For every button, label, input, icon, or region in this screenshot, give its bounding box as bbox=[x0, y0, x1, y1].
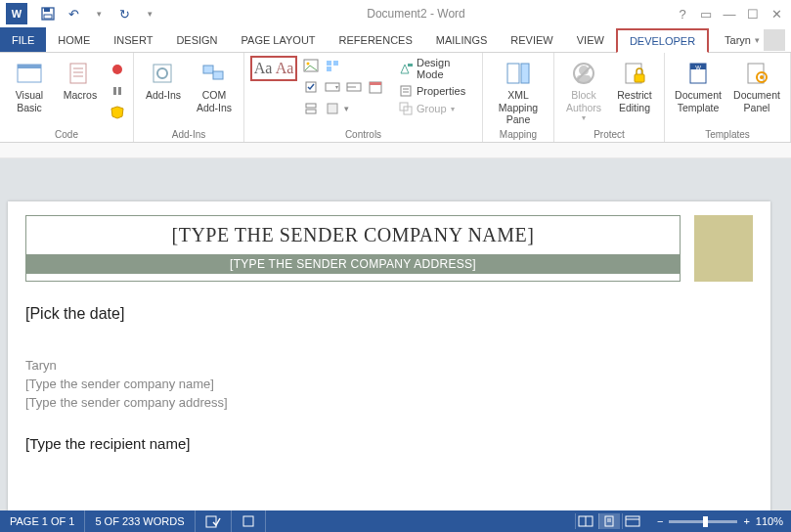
xml-mapping-pane-button[interactable]: XML Mapping Pane bbox=[489, 56, 548, 126]
zoom-slider[interactable] bbox=[669, 520, 737, 523]
svg-rect-46 bbox=[635, 74, 644, 82]
svg-marker-24 bbox=[335, 86, 338, 89]
svg-point-9 bbox=[112, 65, 122, 74]
group-protect-label: Protect bbox=[560, 128, 658, 141]
building-block-control-button[interactable] bbox=[323, 56, 342, 75]
restrict-editing-icon bbox=[620, 60, 649, 87]
svg-rect-15 bbox=[203, 66, 213, 73]
combobox-control-button[interactable] bbox=[323, 77, 342, 97]
document-panel-button[interactable]: Document Panel bbox=[729, 56, 784, 113]
sender-address-field[interactable]: [Type the sender company address] bbox=[25, 395, 753, 410]
svg-text:W: W bbox=[695, 65, 701, 70]
status-proofing[interactable] bbox=[196, 510, 232, 532]
plain-text-control-button[interactable]: Aa bbox=[275, 59, 294, 78]
zoom-in-button[interactable]: + bbox=[743, 515, 749, 527]
tab-page-layout[interactable]: PAGE LAYOUT bbox=[230, 27, 328, 52]
tab-review[interactable]: REVIEW bbox=[499, 27, 564, 52]
tab-insert[interactable]: INSERT bbox=[102, 27, 164, 52]
group-templates-label: Templates bbox=[671, 128, 784, 141]
user-dropdown[interactable]: ▾ bbox=[755, 35, 760, 45]
macros-button[interactable]: Macros bbox=[57, 56, 104, 102]
view-web-layout[interactable] bbox=[622, 513, 643, 529]
tab-references[interactable]: REFERENCES bbox=[328, 27, 424, 52]
tab-mailings[interactable]: MAILINGS bbox=[424, 27, 500, 52]
tab-file[interactable]: FILE bbox=[0, 27, 46, 52]
record-macro-button[interactable] bbox=[108, 60, 127, 79]
user-name[interactable]: Taryn bbox=[725, 34, 751, 46]
sender-name-field[interactable]: Taryn bbox=[25, 358, 753, 373]
minimize-button[interactable]: — bbox=[721, 5, 738, 22]
date-picker-control-button[interactable] bbox=[366, 77, 385, 97]
restrict-editing-button[interactable]: Restrict Editing bbox=[611, 56, 658, 113]
recipient-name-field[interactable]: [Type the recipient name] bbox=[25, 435, 753, 452]
svg-rect-19 bbox=[327, 61, 331, 66]
picture-control-button[interactable] bbox=[301, 56, 321, 75]
document-template-icon: W bbox=[683, 60, 713, 87]
svg-rect-53 bbox=[206, 516, 216, 527]
maximize-button[interactable]: ☐ bbox=[744, 5, 762, 22]
design-mode-button[interactable]: Design Mode bbox=[395, 56, 476, 81]
ruler[interactable] bbox=[0, 143, 791, 158]
svg-rect-11 bbox=[118, 87, 121, 95]
rich-text-control-button[interactable]: Aa bbox=[253, 59, 273, 78]
com-addins-icon bbox=[199, 60, 229, 87]
tab-view[interactable]: VIEW bbox=[565, 27, 616, 52]
group-code-label: Code bbox=[6, 128, 127, 141]
addins-button[interactable]: Add-Ins bbox=[140, 56, 187, 102]
macro-security-button[interactable] bbox=[108, 103, 127, 122]
highlighted-text-controls: Aa Aa bbox=[250, 56, 297, 81]
status-page[interactable]: PAGE 1 OF 1 bbox=[0, 510, 85, 532]
ribbon-options-button[interactable]: ▭ bbox=[697, 5, 715, 22]
group-controls-button[interactable]: Group ▾ bbox=[395, 101, 476, 116]
status-macro[interactable] bbox=[232, 510, 266, 532]
svg-marker-12 bbox=[111, 107, 123, 118]
legacy-tools-button[interactable] bbox=[323, 99, 342, 118]
properties-button[interactable]: Properties bbox=[395, 83, 476, 99]
logo-placeholder[interactable] bbox=[694, 215, 753, 282]
tab-home[interactable]: HOME bbox=[46, 27, 102, 52]
svg-rect-28 bbox=[370, 82, 381, 85]
svg-rect-34 bbox=[401, 86, 411, 96]
qat-customize[interactable]: ▾ bbox=[141, 5, 158, 22]
redo-button[interactable]: ↻ bbox=[115, 5, 133, 22]
view-print-layout[interactable] bbox=[598, 513, 620, 529]
svg-rect-1 bbox=[44, 8, 50, 12]
svg-rect-31 bbox=[328, 104, 337, 113]
visual-basic-icon bbox=[15, 60, 44, 87]
svg-rect-13 bbox=[154, 65, 171, 82]
svg-rect-5 bbox=[70, 64, 86, 83]
date-field[interactable]: [Pick the date] bbox=[25, 305, 753, 323]
svg-rect-40 bbox=[521, 64, 529, 83]
checkbox-control-button[interactable] bbox=[301, 77, 321, 97]
close-button[interactable]: ✕ bbox=[768, 5, 785, 22]
svg-rect-10 bbox=[113, 87, 116, 95]
zoom-out-button[interactable]: − bbox=[657, 515, 663, 527]
svg-rect-30 bbox=[306, 110, 316, 113]
dropdown-control-button[interactable] bbox=[344, 77, 364, 97]
visual-basic-button[interactable]: Visual Basic bbox=[6, 56, 53, 113]
tab-design[interactable]: DESIGN bbox=[164, 27, 229, 52]
company-address-field[interactable]: [TYPE THE SENDER COMPANY ADDRESS] bbox=[26, 254, 680, 274]
group-addins-label: Add-Ins bbox=[140, 128, 238, 141]
repeating-section-control-button[interactable] bbox=[301, 99, 321, 118]
status-words[interactable]: 5 OF 233 WORDS bbox=[85, 510, 195, 532]
undo-button[interactable]: ↶ bbox=[65, 5, 82, 22]
help-button[interactable]: ? bbox=[674, 5, 691, 22]
xml-mapping-icon bbox=[504, 60, 533, 87]
com-addins-button[interactable]: COM Add-Ins bbox=[191, 56, 238, 113]
legacy-tools-dropdown[interactable]: ▾ bbox=[344, 104, 349, 113]
sender-company-field[interactable]: [Type the sender company name] bbox=[25, 377, 753, 391]
pause-recording-button[interactable] bbox=[108, 81, 127, 101]
svg-rect-39 bbox=[507, 64, 519, 83]
block-authors-icon bbox=[569, 60, 598, 87]
save-button[interactable] bbox=[39, 5, 57, 22]
document-area[interactable]: [TYPE THE SENDER COMPANY NAME] [TYPE THE… bbox=[0, 158, 791, 510]
zoom-level[interactable]: 110% bbox=[756, 515, 783, 527]
tab-developer[interactable]: DEVELOPER bbox=[616, 28, 709, 53]
view-read-mode[interactable] bbox=[575, 513, 596, 529]
company-name-field[interactable]: [TYPE THE SENDER COMPANY NAME] bbox=[26, 216, 680, 254]
undo-dropdown[interactable]: ▾ bbox=[90, 5, 108, 22]
document-template-button[interactable]: W Document Template bbox=[671, 56, 725, 113]
page[interactable]: [TYPE THE SENDER COMPANY NAME] [TYPE THE… bbox=[8, 201, 770, 510]
avatar[interactable] bbox=[764, 29, 785, 51]
